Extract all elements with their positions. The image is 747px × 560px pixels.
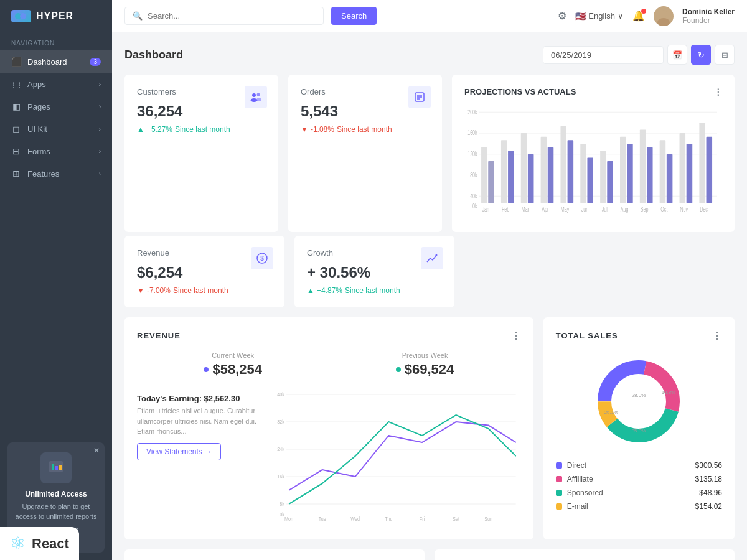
svg-rect-35 xyxy=(560,126,566,203)
svg-rect-4 xyxy=(55,466,58,470)
sidebar-item-ui-kit[interactable]: ◻ UI Kit › xyxy=(0,118,112,140)
revenue-card-header: REVENUE ⋮ xyxy=(137,330,521,342)
sidebar-item-label: Dashboard xyxy=(27,57,67,67)
date-picker[interactable] xyxy=(543,46,664,64)
chevron-right-icon: › xyxy=(99,126,101,133)
svg-rect-33 xyxy=(541,137,547,203)
refresh-button[interactable]: ↻ xyxy=(691,45,711,65)
growth-stat-card: Growth + 30.56% ▲ +4.87% Since last mont… xyxy=(294,236,454,307)
svg-rect-32 xyxy=(528,154,534,203)
svg-text:Sun: Sun xyxy=(484,515,492,522)
svg-text:Nov: Nov xyxy=(680,206,688,213)
legend-item-sponsored: Sponsored $48.96 xyxy=(556,488,722,497)
svg-rect-48 xyxy=(687,144,693,203)
legend-item-affiliate: Affilliate $135.18 xyxy=(556,475,722,483)
earning-title: Today's Earning: $2,562.30 xyxy=(137,394,261,403)
page-title: Dashboard xyxy=(125,49,183,62)
svg-rect-36 xyxy=(568,140,574,203)
revenue-chart-container: 40k 32k 24k 16k 8k 0k Mon T xyxy=(271,388,521,527)
notifications-button[interactable]: 🔔 xyxy=(632,10,645,22)
svg-text:$: $ xyxy=(260,255,264,262)
search-button[interactable]: Search xyxy=(331,7,377,25)
top-row: Customers 36,254 ▲ +5.27% Since last mon… xyxy=(125,75,735,232)
total-sales-menu-button[interactable]: ⋮ xyxy=(712,330,722,342)
svg-text:Sat: Sat xyxy=(453,515,459,522)
orders-change-value: -1.08% xyxy=(311,125,334,134)
flag-icon: 🇺🇸 xyxy=(575,11,586,21)
sidebar-item-pages[interactable]: ◧ Pages › xyxy=(0,95,112,118)
svg-text:200k: 200k xyxy=(467,108,477,116)
uikit-icon: ◻ xyxy=(11,124,21,134)
direct-value: $300.56 xyxy=(695,461,722,470)
svg-rect-45 xyxy=(660,140,666,203)
total-sales-donut-chart: 28.0% 26.1% 35.0% 10.8% xyxy=(589,352,688,451)
up-arrow-icon: ▲ xyxy=(307,286,314,295)
projections-menu-button[interactable]: ⋮ xyxy=(714,87,722,96)
growth-change-value: +4.87% xyxy=(317,286,342,295)
revenue-icon: $ xyxy=(251,247,273,269)
topbar: 🔍 Search ⚙ 🇺🇸 English ∨ 🔔 Dominic Keller… xyxy=(112,0,747,32)
svg-point-65 xyxy=(436,254,438,256)
apps-icon: ⬚ xyxy=(11,79,21,89)
dashboard-controls: 📅 ↻ ⊟ xyxy=(543,45,735,65)
sidebar-item-features[interactable]: ⊞ Features › xyxy=(0,162,112,185)
recent-activity-card: RECENT ACTIVITY ⋮ U You sold an item xyxy=(125,549,425,560)
user-name: Dominic Keller xyxy=(682,7,735,16)
down-arrow-icon: ▼ xyxy=(301,125,308,134)
language-selector[interactable]: 🇺🇸 English ∨ xyxy=(575,11,624,21)
previous-week-value: $69,524 xyxy=(396,362,454,378)
spacer xyxy=(464,236,735,307)
second-row: REVENUE ⋮ Current Week $58,254 Previous … xyxy=(125,317,735,539)
affiliate-label: Affilliate xyxy=(567,475,593,483)
revenue-card-title: REVENUE xyxy=(137,331,181,340)
sponsored-label: Sponsored xyxy=(567,488,603,497)
filter-button[interactable]: ⊟ xyxy=(715,45,735,65)
svg-text:Thu: Thu xyxy=(385,515,393,522)
svg-point-10 xyxy=(251,98,258,102)
upgrade-illustration xyxy=(40,452,72,483)
total-sales-header: TOTAL SALES ⋮ xyxy=(556,330,722,342)
svg-text:80k: 80k xyxy=(470,172,477,179)
svg-text:26.1%: 26.1% xyxy=(604,409,619,415)
search-input[interactable] xyxy=(148,11,316,21)
dashboard-icon: ⬛ xyxy=(11,57,21,67)
sidebar: HYPER NAVIGATION ⬛ Dashboard 3 ⬚ Apps › … xyxy=(0,0,112,560)
current-week-value: $58,254 xyxy=(204,362,262,378)
affiliate-color-dot xyxy=(556,476,562,482)
forms-icon: ⊟ xyxy=(11,146,21,156)
legend-item-email: E-mail $154.02 xyxy=(556,502,722,511)
svg-text:Mon: Mon xyxy=(284,515,293,522)
react-label: React xyxy=(32,536,69,552)
settings-icon[interactable]: ⚙ xyxy=(558,10,566,22)
projections-card: PROJECTIONS VS ACTUALS ⋮ 200k 160k xyxy=(452,75,735,232)
react-badge: ⚛ React xyxy=(0,527,79,560)
sidebar-item-apps[interactable]: ⬚ Apps › xyxy=(0,73,112,95)
svg-text:Apr: Apr xyxy=(542,206,548,213)
donut-chart-container: 28.0% 26.1% 35.0% 10.8% xyxy=(556,352,722,451)
previous-week-label: Previous Week xyxy=(396,352,454,359)
upgrade-close-button[interactable]: ✕ xyxy=(93,446,100,455)
svg-text:160k: 160k xyxy=(467,129,477,137)
view-statements-button[interactable]: View Statements → xyxy=(137,443,221,460)
svg-rect-34 xyxy=(548,147,554,203)
revenue-line-chart: 40k 32k 24k 16k 8k 0k Mon T xyxy=(271,388,521,525)
direct-label: Direct xyxy=(567,461,586,470)
svg-text:Dec: Dec xyxy=(700,206,708,213)
topbar-right: ⚙ 🇺🇸 English ∨ 🔔 Dominic Keller Founder xyxy=(558,6,735,26)
app-name: HYPER xyxy=(36,11,73,22)
sidebar-item-label: Features xyxy=(27,169,59,179)
svg-point-1 xyxy=(20,13,26,19)
svg-text:35.0%: 35.0% xyxy=(632,428,646,434)
svg-rect-38 xyxy=(587,157,593,203)
calendar-button[interactable]: 📅 xyxy=(667,45,687,65)
svg-text:Sep: Sep xyxy=(641,206,649,213)
svg-rect-42 xyxy=(627,144,633,203)
svg-text:Mar: Mar xyxy=(522,206,529,213)
sidebar-item-forms[interactable]: ⊟ Forms › xyxy=(0,140,112,162)
customers-change-label: Since last month xyxy=(175,125,230,134)
projections-chart-wrapper: 200k 160k 120k 80k 40k 0k xyxy=(464,105,722,220)
revenue-menu-button[interactable]: ⋮ xyxy=(511,330,521,342)
notification-dot xyxy=(641,9,646,14)
revenue-change-value: -7.00% xyxy=(147,286,171,295)
sidebar-item-dashboard[interactable]: ⬛ Dashboard 3 xyxy=(0,50,112,73)
